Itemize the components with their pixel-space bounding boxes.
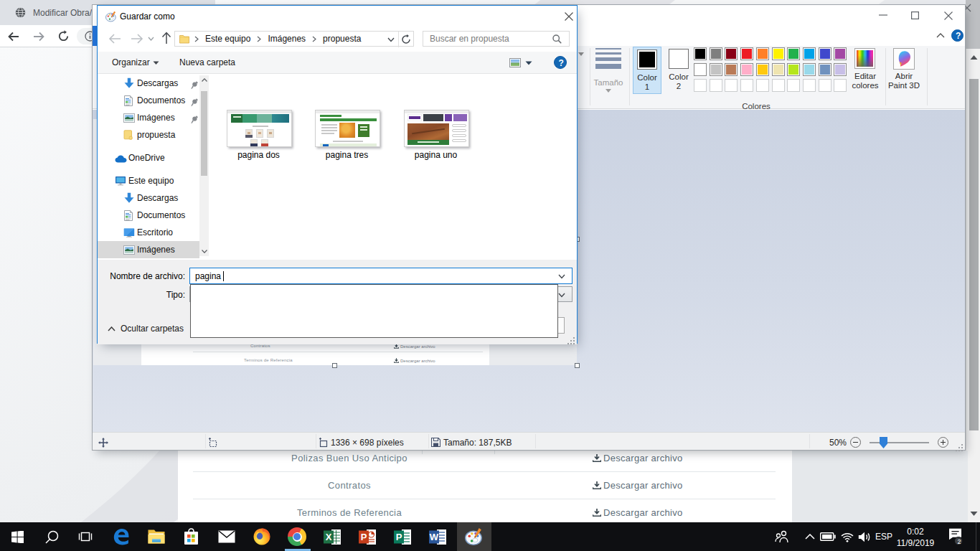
zoom-slider-thumb[interactable] bbox=[880, 437, 887, 448]
dialog-close-icon[interactable] bbox=[565, 12, 573, 21]
palette-color[interactable] bbox=[834, 47, 847, 60]
people-icon[interactable] bbox=[768, 522, 796, 551]
download-link[interactable]: Descargar archivo bbox=[593, 507, 683, 518]
palette-color[interactable] bbox=[710, 47, 722, 60]
maximize-icon[interactable] bbox=[911, 11, 919, 19]
scroll-down-icon[interactable] bbox=[202, 250, 207, 253]
tree-item-escritorio[interactable]: Escritorio bbox=[98, 224, 199, 241]
publisher-icon[interactable]: P bbox=[385, 522, 420, 551]
tree-item-documentos[interactable]: Documentos bbox=[98, 92, 199, 109]
palette-color[interactable] bbox=[710, 63, 722, 76]
filetype-dropdown-icon[interactable] bbox=[558, 293, 565, 298]
scrollbar-thumb[interactable] bbox=[969, 79, 979, 430]
powerpoint-icon[interactable]: P bbox=[350, 522, 385, 551]
dialog-address-bar[interactable]: Este equipo Imágenes propuesta bbox=[174, 31, 414, 47]
palette-color[interactable] bbox=[756, 47, 769, 60]
palette-color[interactable] bbox=[787, 47, 800, 60]
tree-scrollbar[interactable] bbox=[199, 75, 209, 256]
minimize-icon[interactable] bbox=[879, 14, 887, 17]
organize-button[interactable]: Organizar bbox=[112, 57, 150, 67]
address-dropdown-icon[interactable] bbox=[387, 37, 395, 42]
nav-forward-icon[interactable] bbox=[131, 33, 143, 44]
dialog-resize-grip[interactable] bbox=[567, 337, 575, 345]
language-indicator[interactable]: ESP bbox=[872, 522, 895, 551]
dialog-help-icon[interactable]: ? bbox=[554, 56, 567, 69]
show-desktop-button[interactable] bbox=[976, 522, 980, 551]
file-explorer-icon[interactable] bbox=[139, 522, 174, 551]
palette-color[interactable] bbox=[772, 63, 785, 76]
reload-icon[interactable] bbox=[57, 30, 70, 42]
tree-item-imágenes[interactable]: Imágenes bbox=[98, 241, 199, 258]
refresh-icon[interactable] bbox=[401, 34, 411, 44]
tree-item-onedrive[interactable]: OneDrive bbox=[98, 149, 199, 166]
resize-handle-corner[interactable] bbox=[575, 363, 580, 368]
palette-color[interactable] bbox=[725, 63, 738, 76]
palette-empty-slot[interactable] bbox=[725, 79, 738, 92]
search-button[interactable] bbox=[34, 522, 69, 551]
palette-color[interactable] bbox=[740, 47, 753, 60]
filename-input[interactable]: pagina bbox=[189, 268, 573, 284]
mail-icon[interactable] bbox=[209, 522, 244, 551]
nav-back-icon[interactable] bbox=[108, 33, 121, 44]
color1-button[interactable]: Color 1 bbox=[633, 47, 661, 94]
start-button[interactable] bbox=[0, 522, 34, 551]
download-link[interactable]: Descargar archivo bbox=[593, 480, 683, 491]
palette-empty-slot[interactable] bbox=[756, 79, 769, 92]
word-icon[interactable]: W bbox=[420, 522, 455, 551]
views-icon[interactable] bbox=[509, 58, 521, 67]
resize-handle-bottom[interactable] bbox=[332, 363, 337, 368]
palette-empty-slot[interactable] bbox=[787, 79, 800, 92]
new-folder-button[interactable]: Nueva carpeta bbox=[179, 57, 235, 67]
excel-icon[interactable]: X bbox=[315, 522, 349, 551]
scroll-up-icon[interactable] bbox=[202, 78, 207, 82]
palette-color[interactable] bbox=[819, 47, 831, 60]
chrome-icon[interactable] bbox=[280, 522, 314, 551]
filename-suggestions-dropdown[interactable] bbox=[190, 284, 558, 338]
scroll-up-icon[interactable] bbox=[970, 55, 978, 60]
color2-button[interactable]: Color 2 bbox=[664, 47, 693, 94]
battery-icon[interactable] bbox=[817, 522, 839, 551]
task-view-button[interactable] bbox=[68, 522, 103, 551]
window-resize-grip[interactable] bbox=[956, 444, 963, 452]
back-icon[interactable] bbox=[7, 30, 20, 43]
tree-item-imágenes[interactable]: Imágenes bbox=[98, 109, 199, 126]
palette-empty-slot[interactable] bbox=[694, 79, 707, 92]
collapse-ribbon-icon[interactable] bbox=[936, 33, 945, 38]
forward-icon[interactable] bbox=[32, 30, 45, 43]
firefox-icon[interactable] bbox=[245, 522, 279, 551]
zoom-slider-track[interactable] bbox=[870, 442, 929, 443]
palette-color[interactable] bbox=[772, 47, 785, 60]
nav-history-icon[interactable] bbox=[148, 37, 154, 41]
clock[interactable]: 0:02 11/9/2019 bbox=[894, 527, 937, 548]
dialog-search-box[interactable]: Buscar en propuesta bbox=[423, 31, 570, 47]
palette-empty-slot[interactable] bbox=[710, 79, 722, 92]
palette-empty-slot[interactable] bbox=[772, 79, 785, 92]
tree-item-documentos[interactable]: Documentos bbox=[98, 207, 199, 224]
palette-color[interactable] bbox=[819, 63, 831, 76]
browser-tab-title[interactable]: Modificar Obra/ bbox=[33, 8, 92, 18]
nav-up-icon[interactable] bbox=[161, 32, 171, 44]
tree-item-este-equipo[interactable]: Este equipo bbox=[98, 172, 199, 189]
color-palette[interactable] bbox=[694, 46, 852, 96]
edge-icon[interactable] bbox=[104, 522, 138, 551]
paint-taskbar-icon[interactable] bbox=[457, 522, 491, 551]
palette-color[interactable] bbox=[725, 47, 738, 60]
palette-color[interactable] bbox=[694, 47, 707, 60]
help-icon[interactable]: ? bbox=[951, 29, 963, 42]
breadcrumb-item[interactable]: propuesta bbox=[323, 34, 361, 44]
palette-empty-slot[interactable] bbox=[740, 79, 753, 92]
palette-empty-slot[interactable] bbox=[803, 79, 816, 92]
zoom-out-button[interactable] bbox=[850, 437, 861, 448]
palette-empty-slot[interactable] bbox=[819, 79, 831, 92]
hide-folders-button[interactable]: Ocultar carpetas bbox=[108, 324, 184, 334]
tree-item-propuesta[interactable]: propuesta bbox=[98, 126, 199, 143]
breadcrumb-item[interactable]: Este equipo bbox=[205, 34, 250, 44]
store-icon[interactable] bbox=[174, 522, 208, 551]
palette-color[interactable] bbox=[756, 63, 769, 76]
views-dropdown-icon[interactable] bbox=[525, 61, 532, 65]
tree-item-descargas[interactable]: Descargas bbox=[98, 189, 199, 207]
palette-color[interactable] bbox=[787, 63, 800, 76]
palette-color[interactable] bbox=[740, 63, 753, 76]
palette-color[interactable] bbox=[803, 63, 816, 76]
breadcrumb-item[interactable]: Imágenes bbox=[268, 34, 306, 44]
